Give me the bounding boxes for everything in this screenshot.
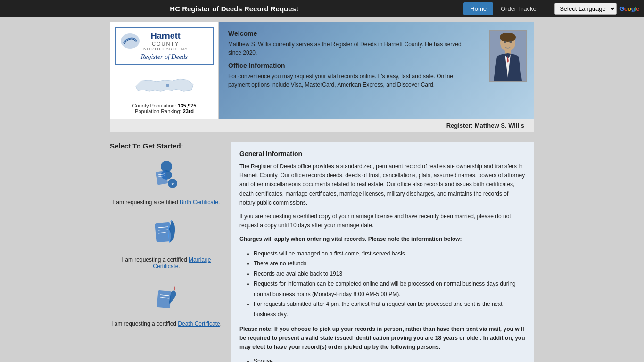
ranking-value: 23rd xyxy=(183,108,194,114)
logo-state-label: NORTH CAROLINA xyxy=(143,47,188,51)
top-bar: HC Register of Deeds Record Request Home… xyxy=(0,0,644,17)
ranking-label: Population Ranking: xyxy=(135,108,181,114)
logo-county-name: Harnett xyxy=(143,31,188,41)
logo-county-label: COUNTY xyxy=(143,41,188,47)
banner-bottom: Harnett COUNTY NORTH CAROLINA Register o… xyxy=(110,22,534,132)
death-cert-link[interactable]: Death Certificate xyxy=(178,321,220,327)
nav-order-tracker[interactable]: Order Tracker xyxy=(494,2,545,15)
birth-label-prefix: I am requesting a certified xyxy=(113,199,180,206)
general-info-para1: The Register of Deeds office provides a … xyxy=(239,162,525,207)
bullet-5: For requests submitted after 4 pm, the e… xyxy=(254,299,525,320)
marriage-label-suffix: . xyxy=(178,263,180,270)
birth-cert-link[interactable]: Birth Certificate xyxy=(180,199,218,206)
marriage-cert-item: I am requesting a certified Marriage Cer… xyxy=(110,215,223,270)
death-label-suffix: . xyxy=(220,321,222,327)
county-stats: County Population: 135,975 Population Ra… xyxy=(132,103,197,114)
svg-point-6 xyxy=(504,41,506,43)
persons-list: Spouse Brother/Sister Child/Step-Child/G… xyxy=(254,356,525,362)
logo-box: Harnett COUNTY NORTH CAROLINA Register o… xyxy=(115,27,214,65)
content-area: Select To Get Started: xyxy=(110,142,534,362)
photo-section xyxy=(482,22,534,119)
charges-heading: Charges will apply when ordering vital r… xyxy=(239,235,525,244)
marriage-label-prefix: I am requesting a certified xyxy=(122,256,189,263)
logo-dept-label: Register of Deeds xyxy=(120,53,209,61)
header-banner: Harnett COUNTY NORTH CAROLINA Register o… xyxy=(110,22,534,132)
right-panel: General Information The Register of Deed… xyxy=(231,142,534,362)
register-footer: Register: Matthew S. Willis xyxy=(110,119,534,132)
office-info-heading: Office Information xyxy=(228,62,472,69)
banner-content: Harnett COUNTY NORTH CAROLINA Register o… xyxy=(110,22,534,119)
office-info-text: For convenience you may request your vit… xyxy=(228,72,472,89)
pickup-note-text: Please note: If you choose to pick up yo… xyxy=(239,326,525,350)
register-name: Register: Matthew S. Willis xyxy=(446,122,524,129)
svg-text:★: ★ xyxy=(171,182,174,186)
bullet-1: Requests will be managed on a first-come… xyxy=(254,249,525,259)
death-cert-label: I am requesting a certified Death Certif… xyxy=(110,321,223,327)
birth-cert-item: ★ I am requesting a certified Birth Cert… xyxy=(110,157,223,206)
info-section: Welcome Matthew S. Willis currently serv… xyxy=(219,22,482,119)
marriage-cert-label: I am requesting a certified Marriage Cer… xyxy=(110,256,223,270)
logo-section: Harnett COUNTY NORTH CAROLINA Register o… xyxy=(110,22,219,119)
register-photo-silhouette xyxy=(490,31,526,81)
nav-home[interactable]: Home xyxy=(463,2,493,15)
welcome-text: Matthew S. Willis currently serves as th… xyxy=(228,40,472,57)
general-info-para2: If you are requesting a certified copy o… xyxy=(239,212,525,230)
death-icon-svg xyxy=(148,280,185,316)
birth-cert-label: I am requesting a certified Birth Certif… xyxy=(110,199,223,206)
general-info-heading: General Information xyxy=(239,150,525,157)
population-value: 135,975 xyxy=(178,103,197,108)
death-cert-item: I am requesting a certified Death Certif… xyxy=(110,279,223,327)
app-title: HC Register of Deeds Record Request xyxy=(5,5,463,13)
register-photo xyxy=(489,30,527,82)
death-label-prefix: I am requesting a certified xyxy=(111,321,178,327)
population-label: County Population: xyxy=(132,103,176,108)
left-panel: Select To Get Started: xyxy=(110,142,223,362)
birth-label-suffix: . xyxy=(218,199,220,206)
google-branding: Google xyxy=(619,5,639,12)
marriage-cert-icon xyxy=(148,215,185,253)
birth-cert-icon: ★ xyxy=(148,157,185,195)
language-select[interactable]: Select LanguageEnglishSpanishFrenchGerma… xyxy=(554,3,617,15)
language-selector-wrap: Select LanguageEnglishSpanishFrenchGerma… xyxy=(554,3,639,15)
main-wrapper: Harnett COUNTY NORTH CAROLINA Register o… xyxy=(110,17,534,362)
bullet-4: Requests for information can be complete… xyxy=(254,279,525,299)
person-1: Spouse xyxy=(254,356,525,362)
svg-point-7 xyxy=(509,41,512,43)
svg-point-4 xyxy=(500,33,516,42)
marriage-icon-svg xyxy=(148,215,185,252)
left-panel-heading: Select To Get Started: xyxy=(110,142,223,150)
nc-map xyxy=(134,69,195,100)
charges-list: Requests will be managed on a first-come… xyxy=(254,249,525,320)
death-cert-icon xyxy=(148,279,185,317)
welcome-heading: Welcome xyxy=(228,30,472,37)
svg-point-1 xyxy=(166,84,169,87)
main-nav: Home Order Tracker xyxy=(463,2,545,15)
birth-icon-svg: ★ xyxy=(148,158,185,195)
pickup-note: Please note: If you choose to pick up yo… xyxy=(239,325,525,352)
svg-rect-19 xyxy=(157,290,171,308)
bullet-3: Records are available back to 1913 xyxy=(254,269,525,280)
bullet-2: There are no refunds xyxy=(254,259,525,269)
harnett-logo-icon xyxy=(120,31,140,51)
